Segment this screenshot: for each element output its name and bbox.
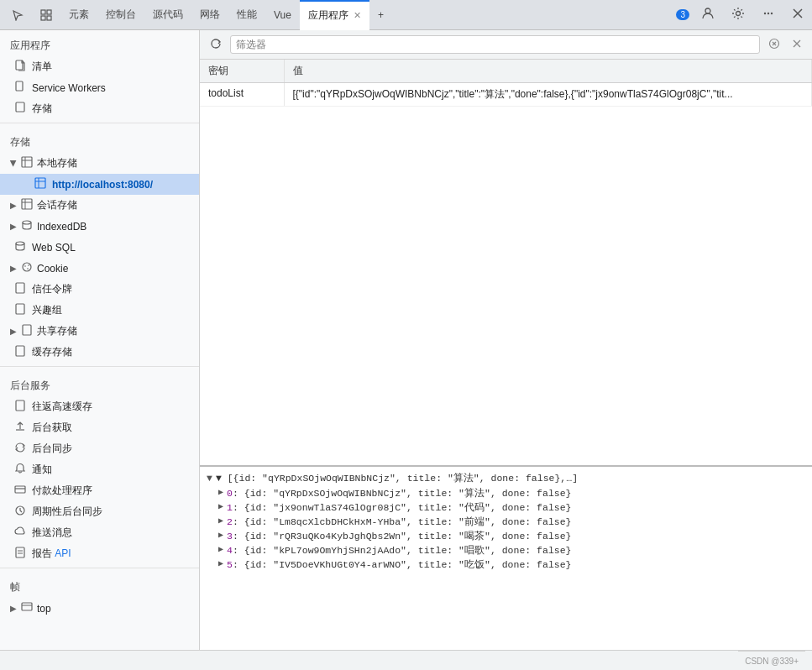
sidebar-item-service-workers[interactable]: Service Workers bbox=[0, 77, 199, 98]
svg-rect-10 bbox=[16, 81, 23, 91]
sidebar-item-push-messaging[interactable]: 推送消息 bbox=[0, 522, 199, 543]
sidebar-item-trust-token[interactable]: 信任令牌 bbox=[0, 279, 199, 300]
tab-elements[interactable]: 元素 bbox=[60, 0, 97, 30]
sync-icon bbox=[13, 442, 27, 456]
manifest-label: 清单 bbox=[32, 60, 52, 74]
sidebar-item-background-fetch[interactable]: 后台获取 bbox=[0, 417, 199, 438]
tab-console[interactable]: 控制台 bbox=[97, 0, 144, 30]
tree-item-2[interactable]: ▶ 2: {id: "Lm8qcXlcbDHCkHxM-YHba", title… bbox=[207, 515, 805, 529]
interest-group-icon bbox=[13, 303, 27, 317]
back-forward-cache-icon bbox=[13, 400, 27, 414]
sidebar-item-localhost[interactable]: http://localhost:8080/ bbox=[0, 174, 199, 195]
close-devtools-button[interactable] bbox=[787, 4, 809, 25]
tree-arrow-1[interactable]: ▶ bbox=[218, 501, 223, 511]
sidebar-item-reporting-api[interactable]: 报告 API bbox=[0, 543, 199, 564]
svg-rect-12 bbox=[22, 157, 32, 167]
sidebar-item-storage[interactable]: 存储 bbox=[0, 98, 199, 119]
summary-expand-arrow[interactable]: ▼ bbox=[207, 473, 212, 484]
tab-application[interactable]: 应用程序 ✕ bbox=[300, 0, 369, 30]
sidebar-item-interest-group[interactable]: 兴趣组 bbox=[0, 300, 199, 321]
payment-icon bbox=[13, 484, 27, 498]
tree-item-0[interactable]: ▶ 0: {id: "qYRpDxSOjwOqWIBNbNCjz", title… bbox=[207, 486, 805, 500]
sidebar-item-payment-handler[interactable]: 付款处理程序 bbox=[0, 480, 199, 501]
sidebar-group-top[interactable]: ▶ top bbox=[0, 598, 199, 619]
svg-rect-32 bbox=[15, 486, 25, 493]
upload-icon bbox=[13, 421, 27, 435]
filter-input[interactable] bbox=[230, 35, 760, 54]
sidebar-item-background-sync[interactable]: 后台同步 bbox=[0, 438, 199, 459]
tree-item-3[interactable]: ▶ 3: {id: "rQR3uQKo4KybJghQbs2Wn", title… bbox=[207, 529, 805, 543]
svg-rect-18 bbox=[22, 199, 32, 209]
tab-vue[interactable]: Vue bbox=[265, 0, 300, 30]
service-workers-label: Service Workers bbox=[32, 82, 106, 94]
frames-section-title: 帧 bbox=[0, 572, 199, 598]
gear-button[interactable] bbox=[726, 3, 750, 26]
svg-rect-38 bbox=[22, 603, 32, 610]
push-messaging-label: 推送消息 bbox=[32, 526, 72, 540]
divider-1 bbox=[0, 123, 199, 123]
tab-add[interactable]: + bbox=[369, 0, 392, 30]
sidebar-group-local-storage[interactable]: ▶ 本地存储 bbox=[0, 153, 199, 174]
cookie-icon bbox=[20, 261, 34, 275]
notifications-label: 通知 bbox=[32, 463, 52, 477]
tree-arrow-4[interactable]: ▶ bbox=[218, 544, 223, 554]
col-header-value: 值 bbox=[284, 60, 812, 83]
table-row[interactable]: todoList [{"id":"qYRpDxSOjwOqWIBNbNCjz",… bbox=[200, 83, 812, 107]
sidebar-group-indexeddb[interactable]: ▶ IndexedDB bbox=[0, 216, 199, 237]
more-button[interactable] bbox=[757, 3, 780, 26]
tab-cursor[interactable] bbox=[3, 0, 32, 30]
tree-arrow-0[interactable]: ▶ bbox=[218, 487, 223, 497]
sidebar-item-cache-storage[interactable]: 缓存存储 bbox=[0, 342, 199, 363]
svg-point-6 bbox=[764, 13, 766, 14]
svg-point-21 bbox=[23, 221, 31, 224]
tab-performance[interactable]: 性能 bbox=[228, 0, 265, 30]
sidebar-item-notifications[interactable]: 通知 bbox=[0, 459, 199, 480]
sidebar-group-session-storage[interactable]: ▶ 会话存储 bbox=[0, 195, 199, 216]
trust-token-icon bbox=[13, 282, 27, 296]
tab-inspect[interactable] bbox=[32, 0, 60, 30]
session-storage-arrow: ▶ bbox=[10, 201, 17, 210]
background-sync-label: 后台同步 bbox=[32, 442, 72, 456]
svg-point-23 bbox=[23, 263, 31, 271]
tree-arrow-5[interactable]: ▶ bbox=[218, 558, 223, 568]
svg-rect-30 bbox=[16, 346, 24, 356]
session-storage-label: 会话存储 bbox=[37, 198, 77, 212]
tab-sources[interactable]: 源代码 bbox=[144, 0, 191, 30]
sidebar: 应用程序 清单 Service Workers 存储 存储 ▶ bbox=[0, 30, 200, 650]
storage-section-title: 存储 bbox=[0, 127, 199, 153]
watermark: CSDN @339+ bbox=[738, 651, 805, 671]
tree-item-5[interactable]: ▶ 5: {id: "IV5DoeVKhUGt0Y4-arWNO", title… bbox=[207, 557, 805, 572]
sidebar-item-manifest[interactable]: 清单 bbox=[0, 56, 199, 77]
tab-network[interactable]: 网络 bbox=[191, 0, 228, 30]
summary-line[interactable]: ▼ ▼ [{id: "qYRpDxSOjwOqWIBNbNCjz", title… bbox=[207, 470, 805, 486]
backend-section-title: 后台服务 bbox=[0, 370, 199, 396]
storage-icon bbox=[13, 102, 27, 116]
tab-close-icon[interactable]: ✕ bbox=[354, 10, 361, 21]
tree-item-4[interactable]: ▶ 4: {id: "kPL7ow9OmYhjSHn2jAAdo", title… bbox=[207, 543, 805, 557]
toolbar-icons: 3 bbox=[676, 3, 809, 26]
frame-icon bbox=[20, 601, 34, 615]
notification-badge: 3 bbox=[676, 9, 689, 20]
payment-handler-label: 付款处理程序 bbox=[32, 484, 92, 498]
storage-label: 存储 bbox=[32, 102, 52, 116]
sidebar-item-periodic-sync[interactable]: 周期性后台同步 bbox=[0, 501, 199, 522]
person-button[interactable] bbox=[696, 3, 720, 26]
tree-item-1[interactable]: ▶ 1: {id: "jx9onwTlaS74GlOgr08jC", title… bbox=[207, 500, 805, 515]
summary-text: ▼ [{id: "qYRpDxSOjwOqWIBNbNCjz", title: … bbox=[216, 472, 578, 484]
sidebar-item-back-forward-cache[interactable]: 往返高速缓存 bbox=[0, 396, 199, 417]
reporting-api-icon bbox=[13, 547, 27, 561]
filter-bar bbox=[200, 30, 812, 60]
sidebar-group-shared-storage[interactable]: ▶ 共享存储 bbox=[0, 321, 199, 342]
svg-point-8 bbox=[771, 13, 773, 14]
tree-arrow-2[interactable]: ▶ bbox=[218, 516, 223, 526]
sidebar-item-websql[interactable]: Web SQL bbox=[0, 237, 199, 258]
sidebar-group-cookie[interactable]: ▶ Cookie bbox=[0, 258, 199, 279]
refresh-button[interactable] bbox=[207, 36, 225, 54]
right-panel: 密钥 值 todoList [{"id":"qYRpDxSOjwOqWIBNbN… bbox=[200, 30, 812, 650]
divider-3 bbox=[0, 568, 199, 568]
svg-rect-11 bbox=[16, 102, 24, 112]
tree-arrow-3[interactable]: ▶ bbox=[218, 530, 223, 540]
filter-close-button[interactable] bbox=[788, 36, 805, 53]
indexeddb-arrow: ▶ bbox=[10, 222, 17, 231]
filter-clear-button[interactable] bbox=[765, 36, 783, 54]
